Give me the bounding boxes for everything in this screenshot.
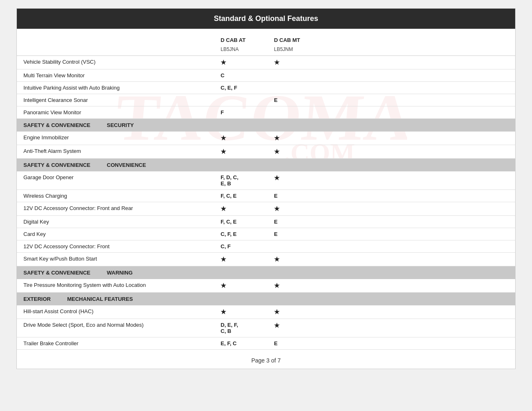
section-sublabel: MECHANICAL FEATURES [67, 296, 133, 302]
dcabat-cell: C, F, E [214, 228, 267, 240]
star-icon: ★ [274, 134, 279, 141]
dcabat-cell: F, C, E [214, 216, 267, 228]
rest-cell [321, 319, 515, 337]
feature-cell: Intuitive Parking Assist with Auto Braki… [17, 82, 214, 94]
dcabat-cell: C [214, 69, 267, 82]
table-row: Smart Key w/Push Button Start★★ [17, 253, 515, 266]
dcabmt-cell: ★ [267, 279, 321, 293]
table-row: Wireless ChargingF, C, EE [17, 190, 515, 202]
dcabmt-cell [267, 240, 321, 253]
dcabat-cell: C, E, F [214, 82, 267, 94]
dcabmt-cell: ★ [267, 202, 321, 216]
dcabat-cell: ★ [214, 202, 267, 216]
feature-cell: 12V DC Accessory Connector: Front [17, 240, 214, 253]
dcabmt-cell: ★ [267, 56, 321, 69]
star-icon: ★ [221, 134, 226, 141]
dcabmt-cell: ★ [267, 171, 321, 190]
section-sublabel: WARNING [107, 270, 133, 276]
rest-cell [321, 228, 515, 240]
dcabmt-col-header: D CAB MT [267, 29, 321, 45]
page-footer: Page 3 of 7 [17, 350, 515, 369]
section-label: SAFETY & CONVENIENCE [23, 122, 90, 128]
feature-cell: Digital Key [17, 216, 214, 228]
dcabmt-cell: E [267, 94, 321, 106]
feature-cell: Hill-start Assist Control (HAC) [17, 305, 214, 319]
feature-cell: Card Key [17, 228, 214, 240]
feature-col-subheader [17, 45, 214, 56]
rest-cell [321, 279, 515, 293]
rest-cell [321, 216, 515, 228]
rest-cell [321, 69, 515, 82]
rest-cell [321, 240, 515, 253]
dcabat-cell: E, F, C [214, 337, 267, 350]
table-row: 12V DC Accessory Connector: Front and Re… [17, 202, 515, 216]
star-icon: ★ [221, 205, 226, 212]
table-row: Multi Terrain View MonitorC [17, 69, 515, 82]
column-headers: D CAB AT D CAB MT [17, 29, 515, 45]
rest-cell [321, 82, 515, 94]
star-icon: ★ [274, 322, 279, 329]
rest-cell [321, 190, 515, 202]
star-icon: ★ [221, 59, 226, 66]
rest-cell [321, 94, 515, 106]
star-icon: ★ [274, 59, 279, 66]
dcabat-cell: ★ [214, 279, 267, 293]
section-sublabel: SECURITY [107, 122, 134, 128]
feature-col-header [17, 29, 214, 45]
table-row: Digital KeyF, C, EE [17, 216, 515, 228]
rest-cell [321, 253, 515, 266]
dcabmt-cell: ★ [267, 253, 321, 266]
dcabat-col-header: D CAB AT [214, 29, 267, 45]
feature-cell: 12V DC Accessory Connector: Front and Re… [17, 202, 214, 216]
rest-cell [321, 337, 515, 350]
feature-cell: Multi Terrain View Monitor [17, 69, 214, 82]
rest-cell [321, 305, 515, 319]
star-icon: ★ [274, 308, 279, 315]
feature-cell: Intelligent Clearance Sonar [17, 94, 214, 106]
feature-cell: Engine Immobilizer [17, 132, 214, 145]
table-row: Intuitive Parking Assist with Auto Braki… [17, 82, 515, 94]
table-row: Hill-start Assist Control (HAC)★★ [17, 305, 515, 319]
table-row: Drive Mode Select (Sport, Eco and Normal… [17, 319, 515, 337]
table-row: Garage Door OpenerF, D, C, E, B★ [17, 171, 515, 190]
rest-col-header [321, 29, 515, 45]
rest-cell [321, 56, 515, 69]
dcabmt-col-subheader: LB5JNM [267, 45, 321, 56]
table-row: Vehicle Stability Control (VSC)★★ [17, 56, 515, 69]
star-icon: ★ [274, 148, 279, 155]
section-label: EXTERIOR [23, 296, 51, 302]
table-row: 12V DC Accessory Connector: FrontC, F [17, 240, 515, 253]
dcabat-cell: ★ [214, 132, 267, 145]
section-header-row: SAFETY & CONVENIENCECONVENIENCE [17, 159, 515, 172]
rest-col-subheader [321, 45, 515, 56]
dcabat-cell: ★ [214, 253, 267, 266]
feature-cell: Drive Mode Select (Sport, Eco and Normal… [17, 319, 214, 337]
table-row: Anti-Theft Alarm System★★ [17, 145, 515, 159]
rest-cell [321, 202, 515, 216]
dcabat-cell: F [214, 106, 267, 119]
feature-cell: Garage Door Opener [17, 171, 214, 190]
feature-cell: Wireless Charging [17, 190, 214, 202]
dcabat-cell [214, 94, 267, 106]
table-container: D CAB AT D CAB MT LB5JNA LB5JNM Vehicle … [17, 29, 515, 350]
feature-cell: Anti-Theft Alarm System [17, 145, 214, 159]
dcabmt-cell: ★ [267, 305, 321, 319]
dcabat-cell: F, C, E [214, 190, 267, 202]
dcabat-cell: ★ [214, 145, 267, 159]
dcabmt-cell: ★ [267, 132, 321, 145]
star-icon: ★ [274, 282, 279, 289]
page-wrapper: Standard & Optional Features TACOMA .COM… [16, 8, 516, 369]
feature-cell: Vehicle Stability Control (VSC) [17, 56, 214, 69]
dcabmt-cell: ★ [267, 145, 321, 159]
rest-cell [321, 171, 515, 190]
star-icon: ★ [274, 205, 279, 212]
star-icon: ★ [221, 282, 226, 289]
section-header-row: EXTERIORMECHANICAL FEATURES [17, 293, 515, 306]
table-row: Trailer Brake ControllerE, F, CE [17, 337, 515, 350]
table-row: Intelligent Clearance SonarE [17, 94, 515, 106]
dcabmt-cell: E [267, 228, 321, 240]
feature-cell: Panoramic View Monitor [17, 106, 214, 119]
section-header-row: SAFETY & CONVENIENCEWARNING [17, 266, 515, 279]
dcabmt-cell [267, 69, 321, 82]
star-icon: ★ [274, 174, 279, 181]
